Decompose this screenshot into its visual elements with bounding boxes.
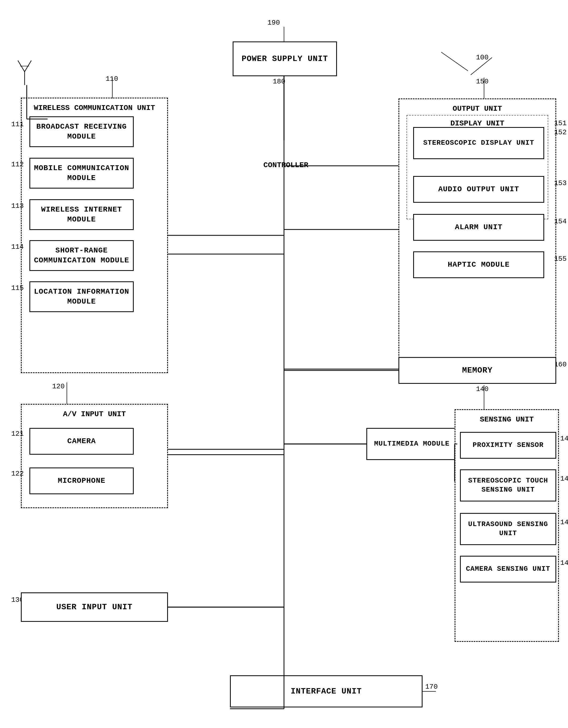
proximity-sensor-box: PROXIMITY SENSOR xyxy=(460,432,556,459)
av-input-label: A/V INPUT UNIT xyxy=(22,409,167,419)
ref-150: 150 xyxy=(476,78,489,86)
ref-151: 151 xyxy=(554,119,567,127)
ref-141: 141 xyxy=(560,435,568,443)
alarm-unit-box: ALARM UNIT xyxy=(413,214,544,241)
diagram: 190 POWER SUPPLY UNIT 100 180 CONTROLLER… xyxy=(0,0,568,728)
memory-box: MEMORY xyxy=(398,357,556,384)
ref-140: 140 xyxy=(476,385,489,393)
ref-122: 122 xyxy=(11,470,24,478)
stereo-touch-box: STEREOSCOPIC TOUCH SENSING UNIT xyxy=(460,469,556,501)
ref-113: 113 xyxy=(11,202,24,210)
ref-111: 111 xyxy=(11,120,24,128)
microphone-box: MICROPHONE xyxy=(29,468,134,494)
audio-output-box: AUDIO OUTPUT UNIT xyxy=(413,176,544,203)
interface-unit-box: INTERFACE UNIT xyxy=(230,675,423,707)
power-supply-box: POWER SUPPLY UNIT xyxy=(233,41,337,76)
ref-142: 142 xyxy=(560,475,568,483)
ultrasound-box: ULTRASOUND SENSING UNIT xyxy=(460,513,556,545)
user-input-box: USER INPUT UNIT xyxy=(21,592,168,622)
multimedia-module-box: MULTIMEDIA MODULE xyxy=(366,428,457,460)
stereo-display-box: STEREOSCOPIC DISPLAY UNIT xyxy=(413,127,544,159)
wireless-comm-label: WIRELESS COMMUNICATION UNIT xyxy=(22,103,167,113)
output-unit-label: OUTPUT UNIT xyxy=(399,104,555,114)
ref-112: 112 xyxy=(11,160,24,168)
antenna-icon xyxy=(17,58,33,85)
controller-label: CONTROLLER xyxy=(263,160,306,170)
ref-100: 100 xyxy=(476,53,489,62)
sensing-unit-label: SENSING UNIT xyxy=(455,415,558,424)
ref-120: 120 xyxy=(52,382,65,390)
ref-153: 153 xyxy=(554,179,567,187)
ref-154: 154 xyxy=(554,217,567,225)
ref-121: 121 xyxy=(11,430,24,438)
ref-114: 114 xyxy=(11,243,24,251)
ref-152: 152 xyxy=(554,128,567,136)
camera-sensing-box: CAMERA SENSING UNIT xyxy=(460,556,556,583)
ref-170: 170 xyxy=(425,683,438,691)
ref-143: 143 xyxy=(560,518,568,526)
short-range-box: SHORT-RANGE COMMUNICATION MODULE xyxy=(29,240,134,271)
ref-180: 180 xyxy=(273,78,285,86)
ref-190: 190 xyxy=(267,19,280,27)
mobile-comm-box: MOBILE COMMUNICATION MODULE xyxy=(29,158,134,189)
ref-115: 115 xyxy=(11,284,24,292)
haptic-module-box: HAPTIC MODULE xyxy=(413,251,544,278)
svg-line-11 xyxy=(441,52,468,71)
ref-144: 144 xyxy=(560,559,568,567)
broadcast-module-box: BROADCAST RECEIVING MODULE xyxy=(29,116,134,147)
location-info-box: LOCATION INFORMATION MODULE xyxy=(29,281,134,312)
wireless-internet-box: WIRELESS INTERNET MODULE xyxy=(29,199,134,230)
ref-155: 155 xyxy=(554,255,567,263)
camera-box: CAMERA xyxy=(29,428,134,455)
ref-110: 110 xyxy=(106,75,118,83)
